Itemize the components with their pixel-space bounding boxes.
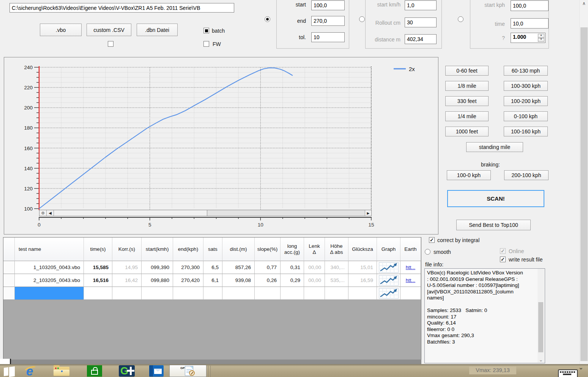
cell-korr-s-[interactable]: 14,95 [112, 261, 142, 274]
cell-test-name[interactable]: 2_103205_0043.vbo [15, 274, 84, 287]
timing-button-1-4-mile[interactable]: 1/4 mile [445, 111, 489, 121]
scroll-up-icon[interactable]: ∧ [581, 1, 587, 8]
cell-slope-[interactable]: 0,77 [255, 261, 281, 274]
vbo-button[interactable]: .vbo [40, 24, 82, 36]
cell-h-he[interactable] [325, 287, 348, 300]
window-scrollbar[interactable]: ∧ [579, 0, 588, 364]
chart-zoom-out-icon[interactable]: ⊖ [39, 210, 47, 216]
cell-rowheader[interactable] [3, 274, 15, 287]
column-header-h-he[interactable]: Höhe Δ abs [325, 238, 348, 261]
cell-test-name[interactable] [15, 287, 84, 300]
cell-time-s-[interactable]: 15,585 [84, 261, 112, 274]
column-header-start-kmh-[interactable]: start(kmh) [142, 238, 173, 261]
correct-by-integral-checkbox[interactable]: ✓ [429, 237, 435, 243]
start-kph-input[interactable] [511, 0, 549, 11]
cell-dist-m-[interactable]: 939,08 [222, 274, 255, 287]
distance-m-input[interactable] [405, 34, 437, 44]
timing-button-100-160-kph[interactable]: 100-160 kph [504, 127, 548, 136]
start-kmh-input[interactable] [405, 0, 437, 10]
file-path-input[interactable] [9, 3, 234, 13]
cell-graph[interactable] [377, 274, 400, 287]
scan-button[interactable]: SCAN! [447, 190, 544, 207]
cell-end-kph-[interactable] [173, 287, 203, 300]
column-header-time-s-[interactable]: time(s) [84, 238, 112, 261]
column-header-rowheader[interactable] [3, 238, 15, 261]
file-info-scroll-down-icon[interactable]: ⌄ [538, 357, 544, 363]
timing-button-0-100-kph[interactable]: 0-100 kph [504, 111, 548, 121]
spin-down-icon[interactable]: ▼ [538, 38, 544, 42]
file-info-text[interactable]: VBox(c) Racelogic LtdVideo VBox Version … [424, 268, 545, 363]
chart-scroll-right-icon[interactable]: ▶ [365, 210, 371, 216]
custom-csv-button[interactable]: custom .CSV [87, 24, 131, 36]
cell-gl-cksza[interactable] [348, 287, 377, 300]
cell-korr-s-[interactable]: 16,42 [112, 274, 142, 287]
cell-slope-[interactable]: 0,26 [255, 274, 281, 287]
smooth-radio[interactable] [425, 249, 430, 255]
cell-earth[interactable]: htt... [400, 261, 421, 274]
cell-gl-cksza[interactable]: 15,01 [348, 261, 377, 274]
graph-icon[interactable] [379, 288, 399, 299]
braking-button-100-0-kph[interactable]: 100-0 kph [447, 170, 491, 180]
cell-time-s-[interactable]: 16,516 [84, 274, 112, 287]
column-header-dist-m-[interactable]: dist.(m) [222, 238, 255, 261]
cell-long[interactable] [281, 287, 304, 300]
graph-icon[interactable] [379, 275, 399, 286]
mode-distance-radio[interactable] [359, 16, 365, 22]
column-header-long[interactable]: long acc.(g) [281, 238, 304, 261]
cell-lenk[interactable] [304, 287, 325, 300]
spin-up-icon[interactable]: ▲ [538, 34, 544, 38]
taskbar-outlook[interactable] [143, 365, 169, 377]
cell-earth[interactable]: htt... [400, 274, 421, 287]
cell-graph[interactable] [377, 261, 400, 274]
file-info-scrollbar-thumb[interactable] [538, 302, 543, 352]
window-scrollbar-thumb[interactable] [580, 27, 588, 361]
chart-scrollbar-thumb[interactable] [54, 210, 207, 216]
tol-input[interactable] [311, 32, 345, 42]
timing-button-60-130-mph[interactable]: 60-130 mph [504, 66, 548, 76]
cell-graph[interactable] [377, 287, 400, 300]
column-header-korr-s-[interactable]: Korr.(s) [112, 238, 142, 261]
timing-button-100-300-kph[interactable]: 100-300 kph [504, 81, 548, 91]
cell-lenk[interactable]: 00,00 [304, 261, 325, 274]
end-input[interactable] [311, 16, 345, 26]
taskbar-file-explorer[interactable] [45, 365, 78, 377]
cell-long[interactable]: 0,29 [281, 274, 304, 287]
column-header-lenk[interactable]: Lenk Δ [304, 238, 325, 261]
braking-button-200-100-kph[interactable]: 200-100 kph [504, 170, 549, 180]
cell-rowheader[interactable] [3, 287, 15, 300]
factor-spinner[interactable]: 1.000 ▲▼ [511, 33, 545, 43]
chart-scrollbar-track[interactable] [207, 210, 365, 216]
cell-lenk[interactable]: 00,00 [304, 274, 325, 287]
cell-rowheader[interactable] [3, 261, 15, 274]
timing-button-330-feet[interactable]: 330 feet [445, 96, 489, 106]
cell-end-kph-[interactable]: 270,420 [173, 274, 203, 287]
cell-h-he[interactable]: 535,... [325, 274, 348, 287]
mode-speed-radio[interactable] [265, 16, 270, 22]
column-header-sats[interactable]: sats [203, 238, 222, 261]
cell-test-name[interactable]: 1_103205_0043.vbo [15, 261, 84, 274]
time-input[interactable] [511, 18, 549, 29]
cell-sats[interactable]: 6,1 [203, 274, 222, 287]
cell-sats[interactable] [203, 287, 222, 300]
cell-sats[interactable]: 6,5 [203, 261, 222, 274]
cell-time-s-[interactable] [84, 287, 112, 300]
timing-button-1-8-mile[interactable]: 1/8 mile [445, 81, 489, 91]
chart-scroll-left-icon[interactable]: ◀ [47, 210, 54, 216]
cell-gl-cksza[interactable]: 16,59 [348, 274, 377, 287]
timing-button-0-60-feet[interactable]: 0-60 feet [445, 66, 489, 76]
cell-start-kmh-[interactable]: 099,880 [142, 274, 173, 287]
cell-h-he[interactable]: 340,... [325, 261, 348, 274]
cell-dist-m-[interactable]: 857,26 [222, 261, 255, 274]
column-header-test-name[interactable]: test name [15, 238, 84, 261]
batch-checkbox[interactable] [203, 28, 209, 33]
earth-link[interactable]: htt... [406, 265, 415, 270]
taskbar-store[interactable] [78, 365, 111, 377]
taskbar-internet-explorer[interactable]: e [18, 365, 45, 377]
mode-time-radio[interactable] [458, 16, 463, 22]
cell-long[interactable]: 0,31 [281, 261, 304, 274]
column-header-graph[interactable]: Graph [377, 238, 400, 261]
send-best-to-top100-button[interactable]: Send Best to Top100 [456, 220, 531, 230]
start-input[interactable] [311, 0, 345, 10]
timing-button-1000-feet[interactable]: 1000 feet [445, 127, 489, 136]
csv-option-checkbox[interactable] [108, 41, 114, 47]
